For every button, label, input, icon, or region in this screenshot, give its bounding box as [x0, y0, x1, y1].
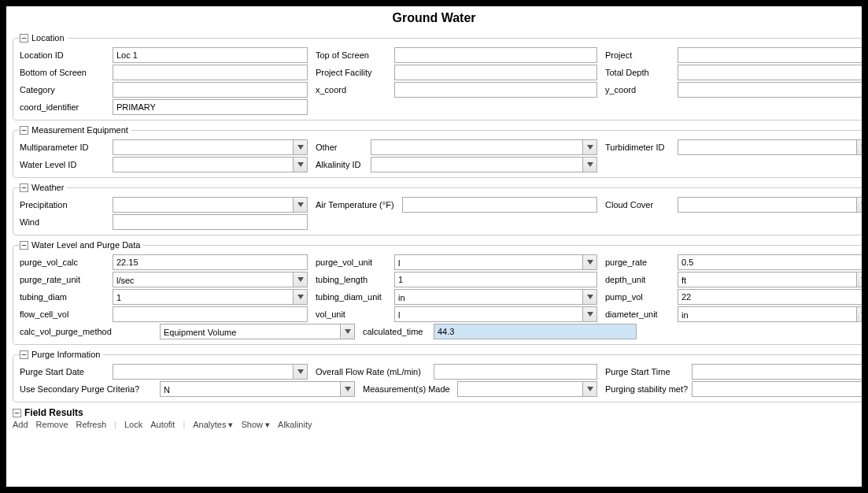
top-of-screen-label: Top of Screen	[316, 50, 394, 60]
calc-vol-purge-method-select[interactable]: Equipment Volume	[160, 324, 355, 339]
turbidimeter-id-select[interactable]	[678, 139, 862, 155]
air-temp-input[interactable]	[402, 197, 597, 213]
toolbar-analytes-dropdown[interactable]: Analytes ▾	[193, 420, 233, 430]
chevron-down-icon[interactable]	[856, 272, 862, 287]
collapse-waterlevel-button[interactable]: –	[20, 241, 28, 250]
legend-weather: – Weather	[20, 183, 67, 192]
tubing-diam-select[interactable]: 1	[113, 289, 308, 305]
project-label: Project	[605, 50, 678, 60]
section-weather: – Weather Precipitation Air Temperature …	[13, 183, 862, 235]
pump-vol-label: pump_vol	[605, 292, 678, 302]
chevron-down-icon[interactable]	[582, 140, 597, 154]
y-coord-label: y_coord	[605, 85, 678, 95]
vol-unit-label: vol_unit	[316, 310, 394, 319]
overall-flow-rate-label: Overall Flow Rate (mL/min)	[316, 367, 434, 376]
diameter-unit-select[interactable]: in	[678, 306, 862, 322]
legend-location-text: Location	[31, 33, 65, 43]
alkalinity-id-select[interactable]	[371, 157, 597, 172]
project-facility-label: Project Facility	[316, 68, 394, 77]
chevron-down-icon[interactable]	[582, 382, 597, 396]
chevron-down-icon[interactable]	[856, 198, 862, 212]
purge-start-date-select[interactable]	[113, 364, 308, 380]
chevron-down-icon[interactable]	[293, 365, 307, 379]
chevron-down-icon[interactable]	[856, 140, 862, 154]
bottom-of-screen-input[interactable]	[113, 65, 308, 80]
overall-flow-rate-input[interactable]	[434, 364, 597, 380]
toolbar-alkalinity-button[interactable]: Alkalinity	[278, 420, 312, 430]
chevron-down-icon[interactable]	[340, 382, 354, 396]
flow-cell-vol-input[interactable]	[113, 306, 308, 322]
tubing-diam-unit-select[interactable]: in	[394, 289, 597, 305]
form-frame: Ground Water – Location Location ID Top …	[6, 6, 862, 487]
water-level-id-select[interactable]	[113, 157, 308, 172]
use-secondary-label: Use Secondary Purge Criteria?	[20, 384, 160, 394]
legend-equipment-text: Measurement Equipment	[31, 125, 128, 135]
wind-label: Wind	[20, 217, 113, 227]
pump-vol-input[interactable]	[678, 289, 862, 305]
precipitation-select[interactable]	[113, 197, 308, 213]
x-coord-input[interactable]	[394, 82, 597, 98]
legend-fieldresults-text: Field Results	[24, 407, 83, 418]
category-label: Category	[20, 85, 113, 95]
toolbar-lock-button[interactable]: Lock	[124, 420, 142, 430]
wind-input[interactable]	[113, 214, 308, 230]
other-label: Other	[316, 143, 371, 152]
purge-vol-unit-select[interactable]: l	[394, 254, 597, 270]
total-depth-input[interactable]	[678, 65, 862, 80]
turbidimeter-id-label: Turbidimeter ID	[605, 143, 678, 152]
depth-unit-select[interactable]: ft	[678, 272, 862, 287]
tubing-length-input[interactable]	[394, 272, 597, 287]
toolbar-autofit-button[interactable]: Autofit	[150, 420, 175, 430]
project-input[interactable]	[678, 47, 862, 63]
stability-met-input[interactable]	[692, 381, 862, 397]
use-secondary-select[interactable]: N	[160, 381, 355, 397]
y-coord-input[interactable]	[678, 82, 862, 98]
other-select[interactable]	[371, 139, 597, 155]
purge-start-time-input[interactable]	[692, 364, 862, 380]
chevron-down-icon[interactable]	[293, 140, 307, 154]
location-id-input[interactable]	[113, 47, 308, 63]
top-of-screen-input[interactable]	[394, 47, 597, 63]
air-temp-label: Air Temperature (°F)	[316, 200, 402, 209]
purge-rate-label: purge_rate	[605, 258, 678, 267]
toolbar-add-button[interactable]: Add	[13, 420, 28, 430]
toolbar-remove-button[interactable]: Remove	[36, 420, 68, 430]
collapse-equipment-button[interactable]: –	[20, 126, 28, 135]
alkalinity-id-label: Alkalinity ID	[316, 160, 371, 169]
collapse-weather-button[interactable]: –	[20, 183, 28, 192]
toolbar-refresh-button[interactable]: Refresh	[76, 420, 107, 430]
collapse-fieldresults-button[interactable]: –	[13, 409, 21, 417]
chevron-down-icon[interactable]	[293, 290, 307, 304]
section-location: – Location Location ID Top of Screen Pro…	[13, 33, 862, 120]
chevron-down-icon[interactable]	[582, 158, 597, 172]
purge-rate-unit-select[interactable]: l/sec	[113, 272, 308, 287]
chevron-down-icon[interactable]	[340, 324, 354, 339]
chevron-down-icon[interactable]	[582, 255, 597, 269]
collapse-purgeinfo-button[interactable]: –	[20, 350, 28, 359]
legend-weather-text: Weather	[31, 183, 64, 192]
purge-vol-calc-input[interactable]	[113, 254, 308, 270]
cloud-cover-select[interactable]	[678, 197, 862, 213]
chevron-down-icon[interactable]	[856, 307, 862, 321]
toolbar-divider: |	[183, 420, 185, 430]
legend-equipment: – Measurement Equipment	[20, 125, 131, 135]
measurements-made-select[interactable]	[457, 381, 597, 397]
chevron-down-icon[interactable]	[582, 290, 597, 304]
chevron-down-icon[interactable]	[582, 307, 597, 321]
toolbar-show-dropdown[interactable]: Show ▾	[241, 420, 270, 430]
chevron-down-icon[interactable]	[293, 158, 307, 172]
collapse-location-button[interactable]: –	[20, 34, 28, 43]
fieldresults-toolbar: Add Remove Refresh | Lock Autofit | Anal…	[13, 418, 855, 430]
calculated-time-input[interactable]	[434, 324, 637, 339]
precipitation-label: Precipitation	[20, 200, 113, 209]
vol-unit-select[interactable]: l	[394, 306, 597, 322]
purge-rate-input[interactable]	[678, 254, 862, 270]
coord-identifier-input[interactable]	[113, 99, 308, 115]
chevron-down-icon[interactable]	[293, 272, 307, 287]
project-facility-input[interactable]	[394, 65, 597, 80]
multiparameter-id-select[interactable]	[113, 139, 308, 155]
legend-purgeinfo-text: Purge Information	[31, 350, 100, 359]
section-fieldresults-header: – Field Results	[13, 407, 855, 418]
category-input[interactable]	[113, 82, 308, 98]
chevron-down-icon[interactable]	[293, 198, 307, 212]
